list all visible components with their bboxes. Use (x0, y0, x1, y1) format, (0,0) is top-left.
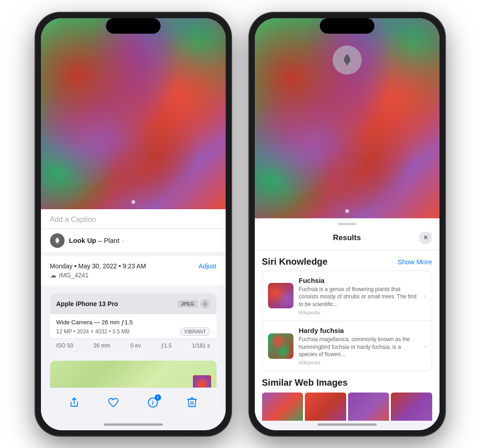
exif-row: ISO 50 26 mm 0 ev ƒ1.5 1/181 s (50, 338, 217, 352)
device-header: Apple iPhone 13 Pro JPEG ◎ (50, 293, 217, 314)
hardy-description: Fuchsia magellanica, commonly known as t… (299, 336, 419, 358)
fuchsia-item[interactable]: Fuchsia Fuchsia is a genus of flowering … (263, 271, 432, 321)
photo-dot-indicator (131, 200, 135, 204)
caption-area[interactable]: Add a Caption (41, 209, 226, 228)
info-button[interactable]: i i (144, 393, 162, 412)
device-section: Apple iPhone 13 Pro JPEG ◎ Wide Camera —… (41, 289, 226, 357)
fuchsia-name: Fuchsia (299, 277, 419, 284)
lookup-text: Look Up – Plant › (69, 237, 124, 244)
exposure-value: 0 ev (131, 342, 141, 349)
aperture-value: ƒ1.5 (161, 342, 172, 349)
right-photo-area[interactable] (255, 18, 440, 218)
right-home-indicator (318, 423, 377, 426)
home-indicator (104, 423, 163, 426)
info-panel: Add a Caption Look Up – Plant › (41, 209, 226, 388)
siri-visual (333, 45, 362, 75)
close-button[interactable]: ✕ (419, 232, 432, 244)
similar-img-4[interactable] (391, 393, 432, 420)
meta-date-row: Monday • May 30, 2022 • 9:23 AM Adjust (50, 262, 217, 270)
results-sheet: Results ✕ Siri Knowledge Show More Fuchs… (255, 218, 440, 421)
left-phone: Add a Caption Look Up – Plant › (35, 13, 231, 436)
siri-knowledge-title: Siri Knowledge (262, 257, 328, 267)
like-button[interactable] (104, 393, 122, 412)
left-phone-screen: Add a Caption Look Up – Plant › (41, 18, 226, 430)
cloud-icon: ☁ (50, 272, 56, 279)
sheet-header: Results ✕ (255, 228, 440, 250)
similar-title: Similar Web Images (262, 378, 348, 388)
photo-area[interactable] (41, 18, 226, 209)
device-name: Apple iPhone 13 Pro (56, 300, 118, 307)
siri-knowledge-header: Siri Knowledge Show More (262, 250, 432, 271)
iso-value: ISO 50 (56, 342, 73, 349)
adjust-button[interactable]: Adjust (199, 262, 217, 270)
hardy-thumbnail (268, 333, 293, 359)
focal-value: 26 mm (93, 342, 110, 349)
device-badges: JPEG ◎ (177, 299, 210, 309)
map-thumbnail[interactable] (50, 361, 217, 388)
knowledge-card: Fuchsia Fuchsia is a genus of flowering … (262, 271, 432, 372)
svg-text:i: i (152, 399, 154, 406)
info-badge: i (155, 394, 161, 401)
sheet-content: Siri Knowledge Show More Fuchsia Fuchsia… (255, 250, 440, 421)
meta-filename: ☁ IMG_4241 (50, 272, 217, 279)
dynamic-island (106, 18, 161, 34)
similar-img-1[interactable] (262, 393, 303, 420)
right-phone-screen: Results ✕ Siri Knowledge Show More Fuchs… (255, 18, 440, 430)
delete-button[interactable] (183, 393, 201, 412)
fuchsia-info: Fuchsia Fuchsia is a genus of flowering … (299, 277, 419, 315)
right-photo-dot (345, 209, 349, 213)
similar-img-3[interactable] (348, 393, 389, 420)
similar-header: Similar Web Images (262, 371, 432, 393)
similar-img-2[interactable] (305, 393, 346, 420)
location-icon: ◎ (200, 299, 210, 309)
hardy-fuchsia-item[interactable]: Hardy fuchsia Fuchsia magellanica, commo… (263, 321, 432, 371)
fuchsia-source: Wikipedia (299, 310, 419, 315)
sheet-handle (338, 223, 356, 225)
device-row: Apple iPhone 13 Pro JPEG ◎ Wide Camera —… (50, 293, 217, 352)
hardy-chevron: › (424, 342, 426, 350)
flower-image (41, 18, 226, 209)
meta-date: Monday • May 30, 2022 • 9:23 AM (50, 262, 146, 270)
similar-images (262, 393, 432, 420)
camera-type: Wide Camera — 26 mm ƒ1.5 (56, 319, 210, 326)
show-more-button[interactable]: Show More (398, 258, 432, 266)
meta-section: Monday • May 30, 2022 • 9:23 AM Adjust ☁… (41, 256, 226, 285)
hardy-info: Hardy fuchsia Fuchsia magellanica, commo… (299, 327, 419, 365)
lookup-icon (50, 233, 65, 248)
fuchsia-chevron: › (424, 292, 426, 299)
camera-details: Wide Camera — 26 mm ƒ1.5 12 MP • 3024 × … (50, 314, 217, 338)
right-dynamic-island (320, 18, 374, 34)
hardy-source: Wikipedia (299, 360, 419, 365)
right-phone: Results ✕ Siri Knowledge Show More Fuchs… (249, 13, 445, 436)
bottom-toolbar: i i (41, 388, 226, 421)
camera-line2: 12 MP • 3024 × 4032 • 3.5 MB VIBRANT (56, 327, 210, 336)
format-badge: JPEG (177, 300, 197, 307)
fuchsia-thumbnail (268, 283, 293, 308)
share-button[interactable] (65, 393, 83, 412)
fuchsia-description: Fuchsia is a genus of flowering plants t… (299, 286, 419, 308)
divider (41, 252, 226, 256)
vibrant-badge: VIBRANT (180, 327, 210, 336)
shutter-value: 1/181 s (192, 342, 210, 349)
sheet-title: Results (333, 233, 361, 242)
hardy-name: Hardy fuchsia (299, 327, 419, 334)
lookup-row[interactable]: Look Up – Plant › (41, 228, 226, 252)
caption-placeholder[interactable]: Add a Caption (50, 216, 96, 223)
